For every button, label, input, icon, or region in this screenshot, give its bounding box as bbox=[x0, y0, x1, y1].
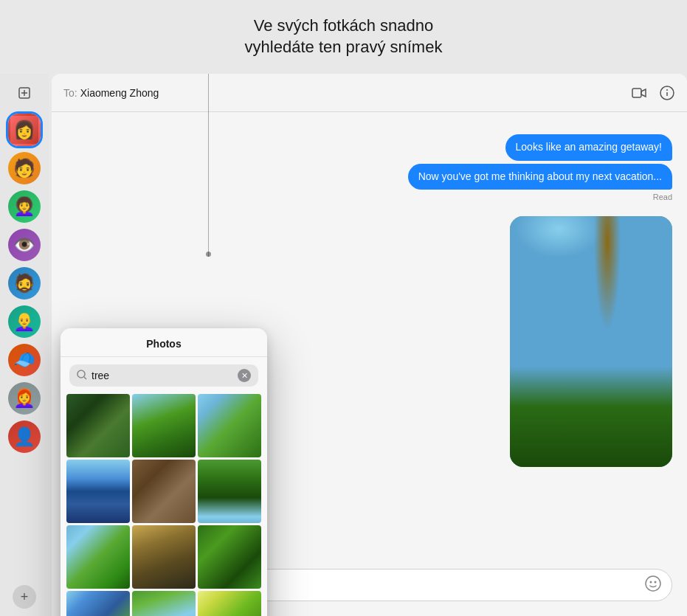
avatar-emoji-5: 🧔 bbox=[13, 273, 35, 294]
sidebar: 👩 🧑 👩‍🦱 👁️ 🧔 👩‍🦲 🧢 👩‍🦰 👤 + bbox=[0, 74, 49, 616]
photo-thumb-1[interactable] bbox=[66, 394, 130, 457]
avatar-emoji-7: 🧢 bbox=[13, 350, 35, 370]
avatar-emoji: 👩 bbox=[13, 120, 35, 140]
svg-line-11 bbox=[84, 377, 86, 379]
annotation-line bbox=[208, 74, 209, 257]
photo-thumb-7[interactable] bbox=[66, 525, 130, 589]
annotation-text: Ve svých fotkách snadno vyhledáte ten pr… bbox=[0, 0, 687, 74]
title-bar: To: Xiaomeng Zhong bbox=[52, 74, 687, 112]
sidebar-avatar-6[interactable]: 👩‍🦲 bbox=[8, 305, 41, 338]
avatar-emoji-8: 👩‍🦰 bbox=[13, 388, 35, 409]
add-conversation-button[interactable]: + bbox=[13, 585, 36, 609]
search-icon bbox=[77, 370, 87, 382]
shared-photo bbox=[510, 216, 672, 467]
photos-popup: Photos ✕ bbox=[61, 328, 267, 616]
photo-grid bbox=[61, 394, 267, 616]
svg-point-8 bbox=[650, 581, 652, 583]
svg-point-6 bbox=[666, 89, 668, 91]
svg-rect-3 bbox=[632, 89, 641, 97]
sidebar-avatar-2[interactable]: 🧑 bbox=[8, 152, 41, 184]
compose-icon bbox=[18, 86, 31, 100]
emoji-icon bbox=[645, 575, 661, 592]
photo-search-input[interactable] bbox=[92, 370, 233, 381]
sidebar-avatar-3[interactable]: 👩‍🦱 bbox=[8, 190, 41, 223]
avatar-emoji-2: 🧑 bbox=[13, 158, 35, 179]
sidebar-avatar-9[interactable]: 👤 bbox=[8, 421, 41, 453]
svg-point-10 bbox=[77, 370, 85, 378]
compose-button[interactable] bbox=[13, 81, 36, 105]
photo-thumb-2[interactable] bbox=[132, 394, 196, 457]
svg-point-9 bbox=[655, 581, 657, 583]
popup-header: Photos bbox=[61, 328, 267, 357]
avatar-emoji-6: 👩‍🦲 bbox=[13, 311, 35, 332]
sidebar-avatar-5[interactable]: 🧔 bbox=[8, 267, 41, 300]
emoji-button[interactable] bbox=[645, 575, 661, 595]
image-message bbox=[510, 216, 672, 467]
recipient-name: Xiaomeng Zhong bbox=[80, 87, 159, 99]
avatar-active[interactable]: 👩 bbox=[8, 114, 41, 146]
photo-thumb-8[interactable] bbox=[132, 525, 196, 589]
photo-thumb-10[interactable] bbox=[66, 591, 130, 616]
video-call-icon bbox=[632, 88, 646, 98]
info-button[interactable] bbox=[659, 85, 675, 101]
photo-thumb-12[interactable] bbox=[198, 591, 261, 616]
video-call-button[interactable] bbox=[631, 85, 647, 101]
to-label: To: bbox=[63, 87, 77, 99]
title-bar-actions bbox=[631, 85, 675, 101]
message-bubble-1: Looks like an amazing getaway! bbox=[505, 134, 672, 161]
read-status: Read bbox=[653, 193, 672, 201]
sidebar-avatar-4[interactable]: 👁️ bbox=[8, 229, 41, 261]
svg-point-7 bbox=[646, 576, 660, 591]
photo-thumb-6[interactable] bbox=[198, 460, 261, 523]
search-clear-button[interactable]: ✕ bbox=[238, 369, 251, 382]
avatar-emoji-3: 👩‍🦱 bbox=[13, 196, 35, 217]
search-bar[interactable]: ✕ bbox=[69, 364, 258, 387]
photo-thumb-3[interactable] bbox=[198, 394, 261, 457]
sidebar-avatar-7[interactable]: 🧢 bbox=[8, 344, 41, 376]
info-icon bbox=[660, 86, 674, 100]
avatar-emoji-4: 👁️ bbox=[13, 235, 35, 255]
message-bubble-2: Now you've got me thinking about my next… bbox=[408, 164, 672, 190]
avatar-emoji-9: 👤 bbox=[13, 426, 35, 447]
photo-thumb-11[interactable] bbox=[132, 591, 196, 616]
photo-thumb-5[interactable] bbox=[132, 460, 196, 523]
popup-title: Photos bbox=[146, 338, 181, 350]
photo-thumb-9[interactable] bbox=[198, 525, 261, 589]
sidebar-avatar-8[interactable]: 👩‍🦰 bbox=[8, 382, 41, 415]
photo-thumb-4[interactable] bbox=[66, 460, 130, 523]
